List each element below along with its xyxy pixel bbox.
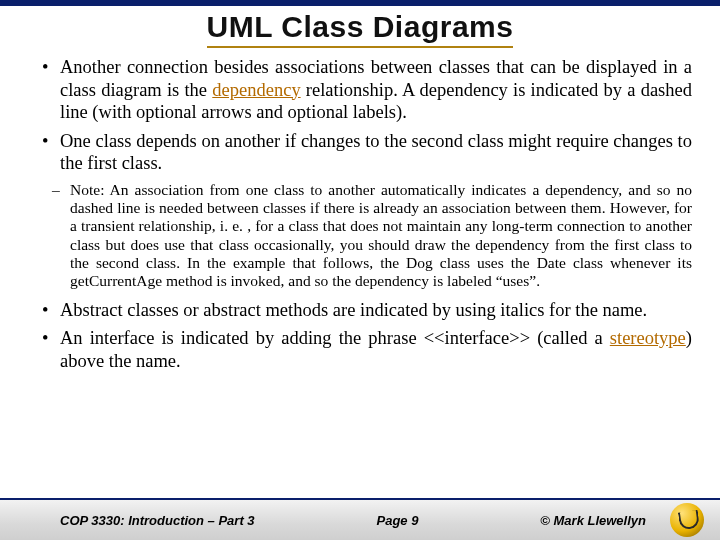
footer-bar: COP 3330: Introduction – Part 3 Page 9 ©… [0,498,720,540]
footer-copyright: © Mark Llewellyn [540,513,646,528]
slide-title: UML Class Diagrams [28,10,692,48]
keyword-stereotype: stereotype [610,328,686,348]
bullet-dependency: Another connection besides associations … [46,56,692,124]
note-association: Note: An association from one class to a… [56,181,692,291]
sub-bullet-list: Note: An association from one class to a… [28,181,692,291]
slide: UML Class Diagrams Another connection be… [0,0,720,540]
bullet-list: Another connection besides associations … [28,56,692,175]
bullet-abstract: Abstract classes or abstract methods are… [46,299,692,322]
keyword-dependency: dependency [212,80,300,100]
text-segment: An interface is indicated by adding the … [60,328,610,348]
bullet-list-2: Abstract classes or abstract methods are… [28,299,692,373]
bullet-depends-on: One class depends on another if changes … [46,130,692,175]
ucf-logo-icon [670,503,704,537]
footer-course: COP 3330: Introduction – Part 3 [60,513,255,528]
title-text: UML Class Diagrams [207,10,514,48]
footer-page: Page 9 [376,513,418,528]
bullet-interface: An interface is indicated by adding the … [46,327,692,372]
